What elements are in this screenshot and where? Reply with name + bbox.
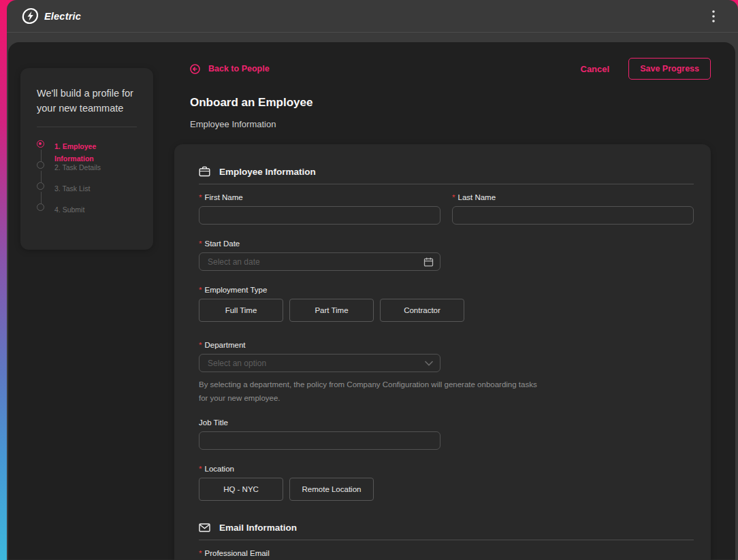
employment-type-field-group: * Employment Type Full Time Part Time Co… (199, 286, 694, 322)
job-title-field-group: Job Title (199, 418, 440, 450)
brand-logo: Electric (22, 7, 81, 24)
required-asterisk: * (199, 465, 202, 473)
employment-type-contractor-button[interactable]: Contractor (380, 299, 464, 322)
job-title-input[interactable] (199, 431, 440, 450)
required-asterisk: * (199, 286, 202, 294)
last-name-input[interactable] (452, 206, 694, 225)
main-panel: We'll build a profile for your new teamm… (8, 42, 735, 560)
required-asterisk: * (199, 193, 202, 201)
employee-info-section-header: Employee Information (199, 166, 694, 177)
first-name-label: * First Name (199, 193, 440, 201)
step-employee-information[interactable]: 1. Employee Information (37, 139, 137, 161)
location-hq-nyc-button[interactable]: HQ - NYC (199, 478, 283, 501)
stepper-divider (37, 127, 137, 127)
app-window: Electric We'll build a profile for your … (7, 0, 738, 560)
step-bullet-icon (37, 182, 44, 190)
employment-type-label: * Employment Type (199, 286, 694, 294)
brand-name: Electric (44, 11, 81, 22)
department-select[interactable] (199, 354, 440, 372)
required-asterisk: * (452, 193, 455, 201)
back-to-people-link[interactable]: Back to People (190, 64, 270, 74)
last-name-field-group: * Last Name (452, 193, 694, 225)
step-task-details[interactable]: 2. Task Details (37, 161, 137, 182)
location-remote-button[interactable]: Remote Location (289, 478, 374, 501)
section-divider (199, 184, 694, 184)
first-name-field-group: * First Name (199, 193, 440, 225)
back-link-label: Back to People (208, 64, 270, 73)
professional-email-field-group: * Professional Email Please provide a fi… (199, 549, 694, 560)
email-info-section-header: Email Information (199, 523, 694, 533)
page-title: Onboard an Employee (190, 96, 711, 110)
section-divider (199, 540, 694, 540)
page-subtitle: Employee Information (190, 119, 711, 129)
start-date-field-group: * Start Date (199, 240, 440, 271)
department-label: * Department (199, 341, 694, 349)
required-asterisk: * (199, 549, 202, 557)
lightning-bolt-icon (22, 7, 39, 24)
location-label: * Location (199, 465, 694, 473)
start-date-input[interactable] (199, 252, 440, 271)
onboarding-form-card: Employee Information * First Name * (174, 144, 711, 560)
required-asterisk: * (199, 341, 202, 349)
section-title: Employee Information (219, 167, 316, 177)
envelope-icon (199, 523, 210, 532)
professional-email-label: * Professional Email (199, 549, 694, 557)
topbar: Electric (7, 0, 738, 33)
stepper-list: 1. Employee Information 2. Task Details … (37, 139, 137, 224)
employment-type-full-time-button[interactable]: Full Time (199, 299, 283, 322)
step-task-list[interactable]: 3. Task List (37, 182, 137, 203)
section-title: Email Information (219, 523, 297, 533)
save-progress-button[interactable]: Save Progress (628, 58, 711, 80)
location-field-group: * Location HQ - NYC Remote Location (199, 465, 694, 501)
employment-type-part-time-button[interactable]: Part Time (289, 299, 374, 322)
stepper-card: We'll build a profile for your new teamm… (20, 68, 153, 250)
cancel-button[interactable]: Cancel (581, 64, 610, 74)
department-help-text: By selecting a department, the policy fr… (199, 378, 543, 405)
step-bullet-icon (37, 161, 44, 169)
required-asterisk: * (199, 240, 202, 248)
arrow-left-circle-icon (190, 64, 200, 74)
step-bullet-active-icon (37, 140, 44, 148)
step-bullet-icon (37, 203, 44, 211)
step-submit[interactable]: 4. Submit (37, 203, 137, 224)
stepper-title: We'll build a profile for your new teamm… (37, 86, 137, 116)
last-name-label: * Last Name (452, 193, 694, 201)
first-name-input[interactable] (199, 206, 440, 225)
kebab-menu-icon[interactable] (704, 7, 723, 26)
job-title-label: Job Title (199, 418, 440, 427)
briefcase-icon (199, 166, 210, 177)
start-date-label: * Start Date (199, 240, 440, 248)
department-field-group: * Department By selecting a department, … (199, 341, 694, 405)
page-header: Back to People Cancel Save Progress (174, 59, 711, 79)
